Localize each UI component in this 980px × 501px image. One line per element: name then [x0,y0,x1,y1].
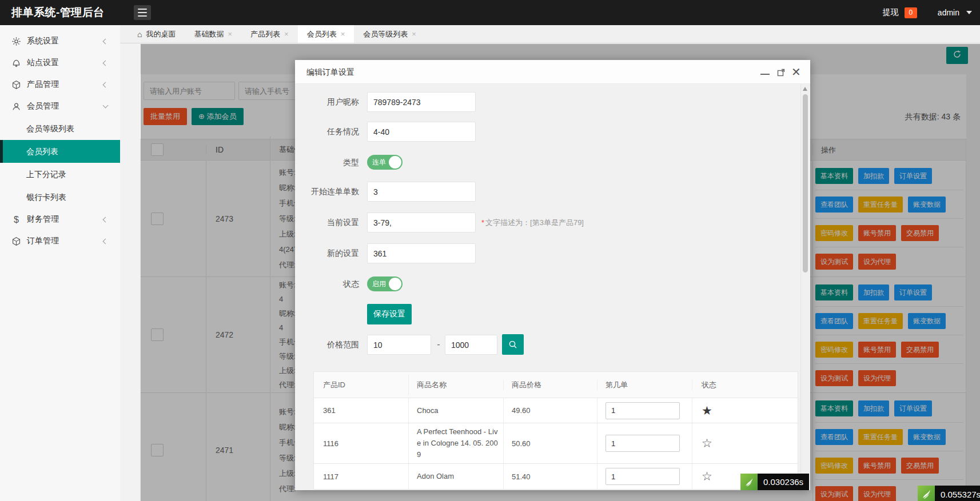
maximize-icon[interactable] [776,68,786,77]
sidebar-item-system-settings[interactable]: 系统设置 [0,30,120,52]
close-icon[interactable]: ✕ [791,65,801,79]
modal-title: 编辑订单设置 [306,60,354,84]
order-number-input[interactable] [605,435,680,452]
topbar-right: 提现 0 admin [883,0,972,25]
price-range-separator: - [435,335,443,354]
price-max-input[interactable] [445,335,497,355]
thinkphp-logo-icon [918,486,935,501]
tab-product-list[interactable]: 产品列表 × [241,25,298,43]
type-toggle[interactable]: 连单 [367,155,403,170]
sidebar-item-member-management[interactable]: 会员管理 [0,95,120,117]
sidebar-item-member-level-list[interactable]: 会员等级列表 [0,117,120,140]
new-setting-label: 新的设置 [295,243,359,263]
tab-my-desktop[interactable]: ⌂ 我的桌面 [128,25,185,43]
product-id: 1116 [314,439,408,448]
sidebar-item-member-list[interactable]: 会员列表 [0,140,120,163]
chevron-left-icon [103,38,109,44]
type-label: 类型 [295,155,359,170]
required-asterisk: * [481,218,484,227]
sidebar-item-label: 产品管理 [27,79,59,90]
current-setting-hint: *文字描述为：[第3单是产品79] [481,213,584,233]
nickname-input[interactable] [367,92,476,112]
tab-member-list[interactable]: 会员列表 × [298,25,354,43]
status-toggle[interactable]: 启用 [367,276,403,291]
modal-scrollbar[interactable] [800,84,809,490]
product-id: 1117 [314,472,408,481]
trace-time: 0.055327s [935,486,980,501]
scroll-up-icon[interactable] [803,87,807,91]
sidebar-item-points-record[interactable]: 上下分记录 [0,163,120,186]
product-name: Adon Olam [408,464,503,489]
task-status-input[interactable] [367,122,476,142]
home-icon: ⌂ [137,30,142,39]
trace-badge[interactable]: 0.055327s [918,486,980,501]
price-search-button[interactable] [502,334,524,355]
nickname-label: 用户昵称 [295,92,359,112]
tab-label: 我的桌面 [146,29,176,39]
product-price: 50.60 [503,423,597,463]
chevron-left-icon [103,60,109,66]
close-icon[interactable]: × [284,30,289,38]
sidebar-item-label: 系统设置 [27,36,59,46]
thinkphp-logo-icon [740,474,758,490]
minimize-icon[interactable] [760,68,770,76]
withdraw-count-badge[interactable]: 0 [905,7,917,18]
price-range-label: 价格范围 [295,335,359,355]
sidebar-item-label: 财务管理 [27,214,59,225]
trace-time: 0.030236s [758,474,809,490]
edit-order-settings-modal: 编辑订单设置 ✕ 用户昵称 任务情况 类型 连单 开始连单单数 当前设置 *文字… [295,60,810,490]
sidebar-item-label: 站点设置 [27,58,59,68]
current-setting-label: 当前设置 [295,213,359,233]
product-price: 49.60 [503,398,597,423]
product-id-header: 产品ID [314,380,408,390]
start-chain-count-input[interactable] [367,182,476,202]
sidebar-item-bank-card-list[interactable]: 银行卡列表 [0,186,120,209]
app-root: 排单系统-管理后台 提现 0 admin 系统设置 站点设置 产品管理 会 [0,0,980,501]
chevron-down-icon [966,11,972,14]
status-header: 状态 [692,380,798,390]
star-filled-icon[interactable]: ★ [702,404,712,418]
top-bar: 排单系统-管理后台 提现 0 admin [0,0,980,25]
sidebar-item-label: 会员管理 [27,101,59,111]
product-row: 361 Choca 49.60 ★ [314,398,798,423]
dollar-icon: $ [11,215,21,225]
search-icon [508,339,518,350]
order-number-header: 第几单 [597,380,692,390]
close-icon[interactable]: × [341,30,345,38]
modal-header: 编辑订单设置 ✕ [295,60,810,84]
current-setting-input[interactable] [367,213,476,233]
cube-icon [11,237,21,246]
save-settings-button[interactable]: 保存设置 [367,304,412,324]
chevron-down-icon [103,103,109,109]
scrollbar-thumb[interactable] [803,94,808,272]
chevron-left-icon [103,217,109,222]
order-number-input[interactable] [605,402,680,419]
toggle-knob [389,156,401,169]
user-menu[interactable]: admin [938,8,959,17]
tab-label: 会员等级列表 [363,29,408,39]
product-id: 361 [314,406,408,415]
new-setting-input[interactable] [367,243,476,263]
tab-member-level-list[interactable]: 会员等级列表 × [354,25,425,43]
tab-basic-data[interactable]: 基础数据 × [185,25,241,43]
star-outline-icon[interactable]: ☆ [702,436,712,450]
sidebar-item-order-management[interactable]: 订单管理 [0,230,120,252]
close-icon[interactable]: × [228,30,232,38]
task-status-label: 任务情况 [295,122,359,142]
product-row: 1116 A Perfect Teenhood - Live in Cologn… [314,423,798,464]
withdraw-link[interactable]: 提现 [883,7,899,18]
sidebar-item-product-management[interactable]: 产品管理 [0,74,120,95]
star-outline-icon[interactable]: ☆ [702,470,712,483]
person-icon [11,102,21,111]
sidebar-item-finance-management[interactable]: $ 财务管理 [0,209,120,230]
close-icon[interactable]: × [412,30,416,38]
cube-icon [11,80,21,90]
price-min-input[interactable] [367,335,431,355]
app-title: 排单系统-管理后台 [11,0,105,25]
hamburger-menu-icon[interactable] [134,5,151,20]
order-number-input[interactable] [605,468,680,485]
sidebar-item-site-settings[interactable]: 站点设置 [0,52,120,74]
trace-badge[interactable]: 0.030236s [740,474,809,490]
product-row: 1117 Adon Olam 51.40 ☆ [314,464,798,489]
tab-label: 会员列表 [307,29,337,39]
